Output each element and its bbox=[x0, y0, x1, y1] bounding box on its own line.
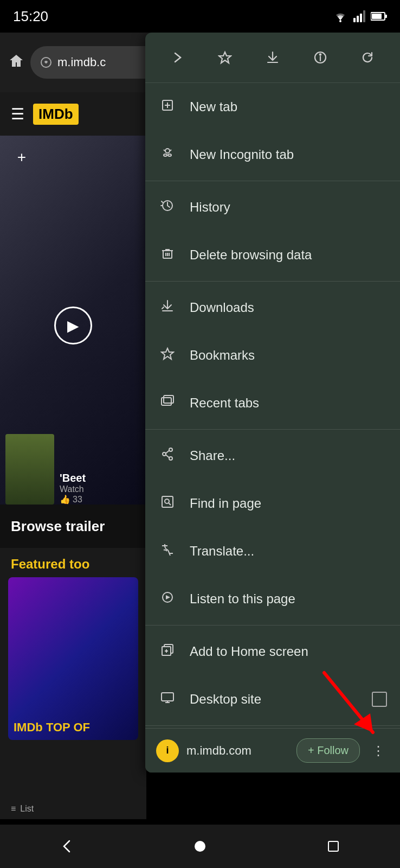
svg-point-53 bbox=[195, 841, 205, 852]
svg-point-34 bbox=[169, 448, 172, 451]
wifi-icon bbox=[333, 10, 348, 22]
divider-after-recent-tabs bbox=[145, 429, 400, 430]
menu-item-translate[interactable]: Translate... bbox=[145, 527, 400, 575]
browse-text: Browse trailer bbox=[11, 518, 105, 535]
menu-item-label-bookmarks: Bookmarks bbox=[190, 348, 255, 363]
desktop-site-checkbox[interactable] bbox=[372, 692, 387, 707]
svg-point-0 bbox=[339, 20, 341, 22]
movie-info: 'Beet Watch 👍 33 bbox=[60, 472, 86, 505]
svg-line-38 bbox=[166, 455, 169, 457]
svg-point-20 bbox=[168, 154, 171, 156]
svg-rect-54 bbox=[328, 841, 338, 851]
menu-item-label-delete-browsing-data: Delete browsing data bbox=[190, 247, 312, 263]
menu-item-find-in-page[interactable]: Find in page bbox=[145, 480, 400, 527]
menu-item-history[interactable]: History bbox=[145, 183, 400, 231]
add-to-watchlist-btn[interactable]: + bbox=[11, 146, 33, 168]
listen-icon bbox=[158, 590, 177, 608]
svg-line-22 bbox=[170, 150, 171, 151]
menu-item-label-translate: Translate... bbox=[190, 544, 254, 559]
back-button[interactable] bbox=[50, 830, 83, 863]
movie-likes: 👍 33 bbox=[60, 494, 86, 505]
info-button[interactable] bbox=[306, 43, 334, 72]
list-icon-area: ≡ List bbox=[11, 804, 34, 814]
imdb-header: ☰ IMDb bbox=[0, 92, 146, 136]
menu-items-container: New tab New Incognito tab History Delete… bbox=[145, 83, 400, 726]
browser-home-btn[interactable] bbox=[9, 53, 24, 72]
home-button[interactable] bbox=[184, 830, 216, 863]
signal-icon bbox=[353, 10, 365, 22]
forward-button[interactable] bbox=[164, 43, 192, 72]
menu-item-label-history: History bbox=[190, 200, 230, 215]
address-security-icon bbox=[40, 56, 52, 68]
menu-item-add-to-home-screen[interactable]: Add to Home screen bbox=[145, 628, 400, 675]
refresh-button[interactable] bbox=[353, 43, 382, 72]
svg-marker-43 bbox=[166, 595, 170, 599]
divider-after-delete-browsing-data bbox=[145, 281, 400, 282]
svg-point-35 bbox=[163, 452, 166, 456]
movie-poster-bg: + ▶ 'Beet Watch 👍 33 bbox=[0, 136, 146, 515]
svg-marker-30 bbox=[162, 348, 173, 359]
svg-rect-1 bbox=[353, 18, 356, 22]
menu-item-new-incognito-tab[interactable]: New Incognito tab bbox=[145, 131, 400, 178]
incognito-icon bbox=[158, 146, 177, 164]
movie-thumbnail bbox=[5, 434, 54, 505]
movie-area: + ▶ 'Beet Watch 👍 33 bbox=[0, 136, 146, 515]
menu-item-delete-browsing-data[interactable]: Delete browsing data bbox=[145, 231, 400, 279]
battery-icon bbox=[371, 11, 387, 21]
divider-after-listen-to-page bbox=[145, 625, 400, 626]
menu-item-label-recent-tabs: Recent tabs bbox=[190, 395, 259, 411]
svg-rect-4 bbox=[363, 10, 365, 22]
divider-after-desktop-site bbox=[145, 725, 400, 726]
svg-line-37 bbox=[166, 450, 169, 453]
translate-icon bbox=[158, 542, 177, 560]
list-icon: ≡ bbox=[11, 804, 16, 814]
svg-rect-39 bbox=[162, 496, 173, 507]
follow-button[interactable]: + Follow bbox=[296, 738, 360, 763]
menu-item-label-new-tab: New tab bbox=[190, 99, 237, 114]
imdb-logo: IMDb bbox=[33, 104, 79, 125]
menu-item-label-desktop-site: Desktop site bbox=[190, 692, 261, 707]
menu-item-recent-tabs[interactable]: Recent tabs bbox=[145, 379, 400, 427]
menu-item-downloads[interactable]: Downloads bbox=[145, 284, 400, 331]
status-time: 15:20 bbox=[13, 8, 48, 25]
status-icons bbox=[333, 10, 387, 22]
svg-rect-2 bbox=[357, 16, 359, 22]
follow-more-button[interactable]: ⋮ bbox=[367, 739, 389, 763]
featured-section: Featured too IMDb TOP OF ≡ List bbox=[0, 548, 146, 819]
menu-item-listen-to-page[interactable]: Listen to this page bbox=[145, 575, 400, 623]
history-icon bbox=[158, 199, 177, 216]
svg-point-14 bbox=[319, 54, 320, 55]
movie-subtitle: Watch bbox=[60, 484, 86, 494]
svg-marker-10 bbox=[219, 52, 231, 63]
hamburger-icon[interactable]: ☰ bbox=[11, 105, 24, 123]
imdb-top-badge: IMDb TOP OF bbox=[14, 720, 90, 735]
play-button[interactable]: ▶ bbox=[54, 307, 92, 344]
menu-toolbar bbox=[145, 33, 400, 83]
featured-title: Featured too bbox=[0, 548, 146, 577]
address-text: m.imdb.c bbox=[57, 55, 106, 69]
recent-tabs-icon bbox=[158, 394, 177, 412]
menu-item-desktop-site[interactable]: Desktop site bbox=[145, 675, 400, 723]
add-home-icon bbox=[158, 643, 177, 661]
follow-site-name: m.imdb.com bbox=[186, 744, 289, 758]
bookmark-button[interactable] bbox=[211, 43, 239, 72]
bottom-nav bbox=[0, 825, 400, 868]
new-tab-icon bbox=[158, 98, 177, 116]
movie-title: 'Beet bbox=[60, 472, 86, 484]
menu-item-label-listen-to-page: Listen to this page bbox=[190, 591, 295, 607]
menu-item-bookmarks[interactable]: Bookmarks bbox=[145, 331, 400, 379]
downloads-icon bbox=[158, 299, 177, 317]
find-icon bbox=[158, 495, 177, 513]
follow-site-icon: i bbox=[156, 739, 179, 762]
svg-rect-7 bbox=[385, 15, 387, 18]
menu-item-new-tab[interactable]: New tab bbox=[145, 83, 400, 131]
svg-point-40 bbox=[165, 499, 169, 503]
status-bar: 15:20 bbox=[0, 0, 400, 33]
svg-rect-48 bbox=[162, 693, 173, 701]
recent-apps-button[interactable] bbox=[317, 830, 350, 863]
divider-after-new-incognito-tab bbox=[145, 181, 400, 181]
download-button[interactable] bbox=[259, 43, 287, 72]
svg-rect-31 bbox=[162, 398, 171, 405]
bookmarks-icon bbox=[158, 347, 177, 365]
menu-item-share[interactable]: Share... bbox=[145, 432, 400, 480]
